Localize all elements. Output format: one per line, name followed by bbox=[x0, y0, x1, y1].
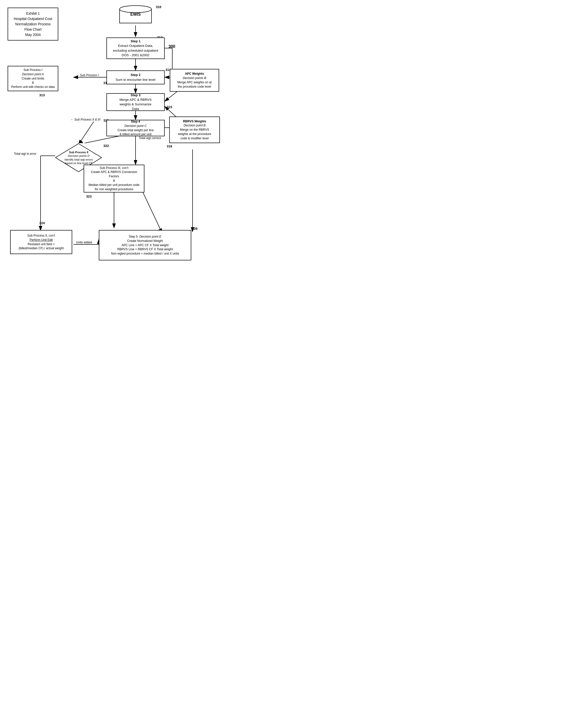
label-323: 323 bbox=[86, 195, 92, 198]
title-line3: Flow Chart bbox=[14, 27, 52, 32]
svg-line-21 bbox=[141, 187, 162, 233]
label-300: 300 bbox=[168, 44, 175, 49]
diagram-container: Exhibit 1 Hospital Outpatient Cost Norma… bbox=[0, 0, 228, 291]
svg-point-24 bbox=[120, 6, 152, 13]
step2-box: Step 2 Sum to encounter line level bbox=[106, 70, 165, 84]
step1-box: Step 1 Extract Outpatient Data, excludin… bbox=[106, 37, 165, 59]
total-wgt-error-label: Total wgt in error bbox=[14, 152, 36, 156]
label-313: 313 bbox=[39, 93, 45, 97]
total-wgt-correct-label: Total wgt correct bbox=[139, 136, 161, 140]
title-box: Exhibit 1 Hospital Outpatient Cost Norma… bbox=[8, 8, 58, 41]
rbrvs-weights-box: RBRVS Weights Decision point B Merge on … bbox=[169, 117, 220, 143]
title-line4: May 2004 bbox=[14, 32, 52, 37]
title-line1: Hospital Outpatient Cost bbox=[14, 16, 52, 22]
label-315: 315 bbox=[167, 105, 172, 109]
label-326: 326 bbox=[192, 227, 198, 231]
total-wgt-correct-text: Total wgt correct bbox=[139, 136, 161, 140]
sub-process-3-box: Sub Process III, con't Create APC & RBRV… bbox=[84, 165, 144, 193]
sub-process-II-III-label: ← Sub Process II & III bbox=[70, 118, 100, 121]
step4-box: Step 4 Decision point C Create total wei… bbox=[106, 120, 165, 136]
units-edited-text: Units edited bbox=[76, 241, 92, 244]
label-324: 324 bbox=[39, 221, 45, 225]
sub-process-I-arrow-label: ← Sub Process I bbox=[76, 73, 99, 77]
apc-weights-box: APC Weights Decision points B Merge APC … bbox=[170, 69, 219, 92]
label-322: 322 bbox=[103, 144, 109, 148]
sub-process-2-cont-box: Sub Process II, con't Perform Unit Edit … bbox=[10, 230, 72, 254]
ewis-label: EWIS bbox=[119, 12, 152, 17]
label-310: 310 bbox=[156, 5, 161, 9]
total-wgt-error-text: Total wgt in error bbox=[14, 152, 36, 156]
label-316: 316 bbox=[167, 144, 172, 148]
sub-process-1-box: Sub Process I Decision point A Create un… bbox=[8, 66, 58, 91]
title-line2: Normalization Process bbox=[14, 22, 52, 27]
step3-box: Step 3 Merge APC & RBRVS weights & Summa… bbox=[106, 93, 165, 111]
svg-line-22 bbox=[79, 122, 94, 144]
step5-box: Step 5- Decision point E Create Normaliz… bbox=[99, 230, 191, 260]
ewis-cylinder: EWIS bbox=[119, 5, 152, 25]
units-edited-label: Units edited bbox=[76, 241, 92, 244]
title-exhibit: Exhibit 1 bbox=[14, 11, 52, 16]
